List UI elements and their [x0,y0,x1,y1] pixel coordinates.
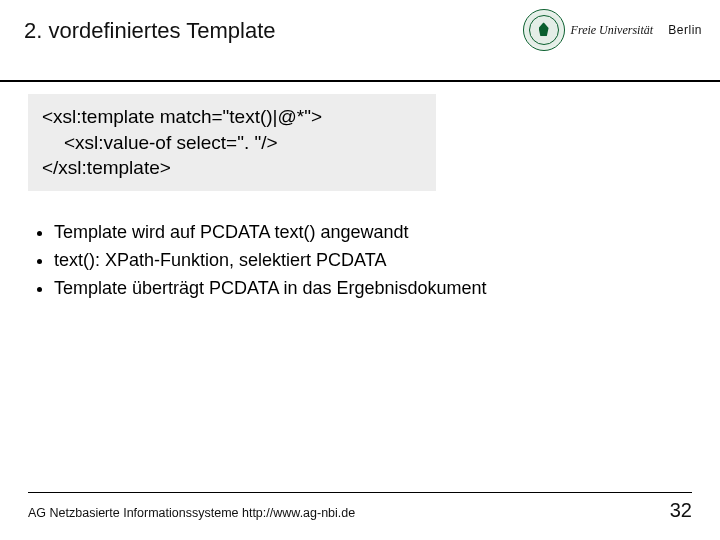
code-block: <xsl:template match="text()|@*"> <xsl:va… [28,94,436,191]
list-item: text(): XPath-Funktion, selektiert PCDAT… [54,247,692,275]
code-line-1: <xsl:template match="text()|@*"> [42,106,322,127]
list-item: Template überträgt PCDATA in das Ergebni… [54,275,692,303]
university-logo: Freie Universität Berlin [523,8,702,52]
university-line2: Berlin [656,23,702,37]
code-line-3: </xsl:template> [42,157,171,178]
code-line-2: <xsl:value-of select=". "/> [42,130,422,156]
header: 2. vordefiniertes Template Freie Univers… [0,0,720,76]
slide-body: <xsl:template match="text()|@*"> <xsl:va… [0,82,720,303]
bullet-list: Template wird auf PCDATA text() angewand… [28,219,692,303]
slide: 2. vordefiniertes Template Freie Univers… [0,0,720,540]
footer: AG Netzbasierte Informationssysteme http… [0,492,720,522]
list-item: Template wird auf PCDATA text() angewand… [54,219,692,247]
footer-row: AG Netzbasierte Informationssysteme http… [28,499,692,522]
seal-icon [523,9,565,51]
university-line1: Freie Universität [571,23,654,37]
footer-text: AG Netzbasierte Informationssysteme http… [28,506,355,520]
page-number: 32 [670,499,692,522]
footer-divider [28,492,692,493]
university-name: Freie Universität Berlin [571,23,702,38]
